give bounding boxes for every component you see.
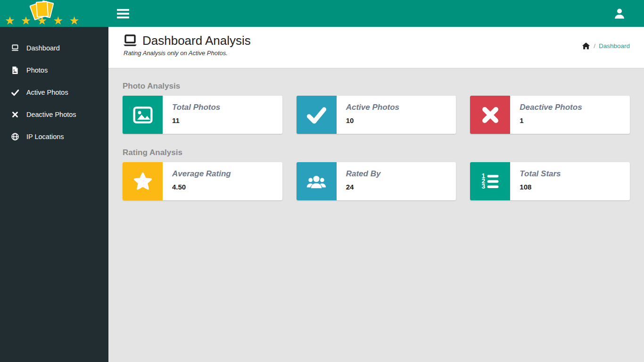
card-label: Active Photos bbox=[346, 103, 399, 112]
card-rated-by: Rated By 24 bbox=[297, 162, 456, 200]
star-icon: ★ bbox=[5, 15, 15, 26]
card-total-stars: 1 2 3 Total Stars 108 bbox=[470, 162, 630, 200]
star-icon: ★ bbox=[69, 15, 79, 26]
section-heading-rating-analysis: Rating Analysis bbox=[123, 148, 630, 157]
sidebar-item-deactive-photos[interactable]: Deactive Photos bbox=[0, 103, 108, 125]
users-icon bbox=[297, 162, 337, 200]
card-label: Average Rating bbox=[172, 169, 231, 179]
sidebar-item-label: IP Locations bbox=[26, 133, 64, 140]
card-label: Deactive Photos bbox=[520, 103, 582, 112]
ordered-list-icon: 1 2 3 bbox=[470, 162, 510, 200]
card-label: Rated By bbox=[346, 169, 381, 179]
hamburger-icon[interactable] bbox=[112, 5, 134, 22]
home-icon[interactable] bbox=[582, 42, 590, 49]
card-label: Total Stars bbox=[520, 169, 561, 179]
svg-text:3: 3 bbox=[481, 183, 485, 190]
brand-logo[interactable]: ★ ★ ★ ★ ★ bbox=[0, 0, 108, 27]
card-value: 108 bbox=[520, 183, 561, 191]
card-active-photos: Active Photos 10 bbox=[297, 96, 456, 134]
card-total-photos: Total Photos 11 bbox=[123, 96, 282, 134]
card-value: 10 bbox=[346, 116, 399, 124]
page-subtitle: Rating Analysis only on Active Photos. bbox=[124, 49, 630, 57]
check-icon bbox=[297, 96, 337, 134]
breadcrumb: / Dashboard bbox=[582, 42, 630, 49]
sidebar-item-photos[interactable]: Photos bbox=[0, 59, 108, 81]
sidebar-item-label: Deactive Photos bbox=[26, 111, 76, 118]
sidebar-item-dashboard[interactable]: Dashboard bbox=[0, 37, 108, 59]
photo-cards-icon bbox=[30, 0, 54, 21]
card-label: Total Photos bbox=[172, 103, 220, 112]
x-icon bbox=[11, 110, 19, 119]
sidebar-item-ip-locations[interactable]: IP Locations bbox=[0, 125, 108, 148]
card-deactive-photos: Deactive Photos 1 bbox=[470, 96, 630, 134]
sidebar-menu: Dashboard Photos Active Photos bbox=[0, 37, 108, 148]
star-icon: ★ bbox=[21, 15, 31, 26]
globe-icon bbox=[11, 132, 19, 141]
file-image-icon bbox=[11, 66, 19, 74]
card-average-rating: Average Rating 4.50 bbox=[123, 162, 282, 200]
breadcrumb-separator: / bbox=[594, 42, 595, 49]
breadcrumb-link-dashboard[interactable]: Dashboard bbox=[599, 42, 630, 49]
laptop-icon bbox=[123, 34, 138, 47]
card-value: 4.50 bbox=[172, 183, 231, 191]
page-title: Dashboard Analysis bbox=[142, 33, 251, 48]
image-icon bbox=[123, 96, 163, 134]
photo-analysis-cards: Total Photos 11 Active Photos 10 bbox=[123, 96, 630, 134]
content-body: Photo Analysis Total Photos 11 bbox=[108, 68, 644, 224]
user-icon[interactable] bbox=[613, 7, 626, 20]
x-icon bbox=[470, 96, 510, 134]
card-value: 1 bbox=[520, 116, 582, 124]
content-header: Dashboard Analysis Rating Analysis only … bbox=[108, 27, 644, 68]
sidebar-item-active-photos[interactable]: Active Photos bbox=[0, 81, 108, 103]
sidebar: ★ ★ ★ ★ ★ admin@admin.com Admin bbox=[0, 0, 108, 362]
topbar bbox=[108, 0, 644, 27]
card-value: 24 bbox=[346, 183, 381, 191]
check-icon bbox=[11, 88, 19, 97]
section-heading-photo-analysis: Photo Analysis bbox=[123, 82, 630, 91]
main-area: Dashboard Analysis Rating Analysis only … bbox=[108, 27, 644, 362]
star-icon: ★ bbox=[53, 15, 63, 26]
laptop-icon bbox=[11, 44, 19, 52]
rating-analysis-cards: Average Rating 4.50 Rated By bbox=[123, 162, 630, 200]
sidebar-item-label: Photos bbox=[26, 66, 48, 74]
star-icon bbox=[123, 162, 163, 200]
card-value: 11 bbox=[172, 116, 220, 124]
sidebar-item-label: Active Photos bbox=[26, 89, 68, 96]
sidebar-item-label: Dashboard bbox=[26, 44, 60, 52]
